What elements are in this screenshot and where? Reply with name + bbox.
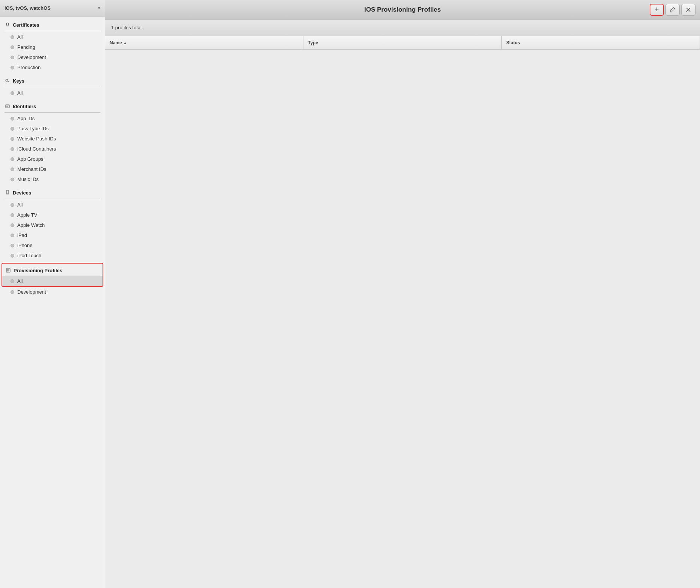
cert-pending-label: Pending [17,44,35,50]
col-name[interactable]: Name ▲ [105,36,303,49]
sidebar-item-prov-all[interactable]: All [2,276,103,287]
sidebar-item-app-ids[interactable]: App IDs [0,113,105,124]
divider-devices [5,199,100,199]
sidebar-item-apple-watch[interactable]: Apple Watch [0,220,105,230]
sidebar-item-keys-all[interactable]: All [0,88,105,98]
sidebar-item-icloud-containers[interactable]: iCloud Containers [0,144,105,154]
sidebar-item-cert-production[interactable]: Production [0,62,105,72]
sidebar-item-ipad[interactable]: iPad [0,230,105,240]
dot-icon [11,157,14,161]
close-button[interactable] [681,4,695,16]
dot-icon [11,117,14,121]
dot-icon [11,290,14,294]
sidebar-item-website-push-ids[interactable]: Website Push IDs [0,134,105,144]
main-content: iOS Provisioning Profiles + 1 profile [105,0,700,588]
col-status[interactable]: Status [502,36,700,49]
dot-icon [11,203,14,207]
cert-development-label: Development [17,54,46,60]
dot-icon [11,137,14,141]
sidebar-item-pass-type-ids[interactable]: Pass Type IDs [0,124,105,134]
page-title: iOS Provisioning Profiles [364,6,441,14]
certificates-label: Certificates [13,22,39,28]
section-certificates: Certificates [0,17,105,30]
dot-icon [11,91,14,95]
svg-point-6 [7,193,8,194]
dot-icon [11,279,14,283]
cert-production-label: Production [17,65,41,70]
divider-certificates [5,31,100,31]
dot-icon [11,45,14,49]
divider-keys [5,87,100,87]
sidebar-item-merchant-ids[interactable]: Merchant IDs [0,164,105,174]
ipad-label: iPad [17,232,27,238]
sidebar-item-app-groups[interactable]: App Groups [0,154,105,164]
dot-icon [11,254,14,258]
table-body [105,50,700,588]
dot-icon [11,234,14,237]
prov-all-label: All [17,278,23,284]
sidebar-item-ipod-touch[interactable]: iPod Touch [0,250,105,261]
keys-label: Keys [13,78,24,84]
title-bar-actions: + [650,0,700,19]
platform-arrow-icon: ▾ [98,6,100,11]
keys-all-label: All [17,90,23,96]
dot-icon [11,56,14,59]
sort-arrow-icon: ▲ [124,41,127,45]
app-ids-label: App IDs [17,116,35,121]
info-bar: 1 profiles total. [105,20,700,36]
dot-icon [11,223,14,227]
sidebar-item-cert-all[interactable]: All [0,32,105,42]
add-button[interactable]: + [650,4,664,16]
pass-type-ids-label: Pass Type IDs [17,126,49,131]
platform-label: iOS, tvOS, watchOS [5,5,98,11]
devices-icon [5,190,11,196]
col-type-label: Type [308,40,318,45]
certificates-icon [5,22,11,28]
sidebar-item-prov-development[interactable]: Development [0,287,105,297]
icloud-containers-label: iCloud Containers [17,146,56,152]
dot-icon [11,244,14,247]
dot-icon [11,147,14,151]
sidebar-item-cert-pending[interactable]: Pending [0,42,105,52]
merchant-ids-label: Merchant IDs [17,166,46,172]
sidebar-item-apple-tv[interactable]: Apple TV [0,210,105,220]
identifiers-label: Identifiers [13,104,36,109]
dot-icon [11,66,14,69]
iphone-label: iPhone [17,243,32,248]
apple-watch-label: Apple Watch [17,222,45,228]
devices-label: Devices [13,190,31,196]
devices-all-label: All [17,202,23,208]
section-keys: Keys [0,72,105,86]
provisioning-icon [5,267,11,273]
dot-icon [11,127,14,131]
platform-selector[interactable]: iOS, tvOS, watchOS ▾ [0,0,105,17]
sidebar-item-devices-all[interactable]: All [0,200,105,210]
sidebar: iOS, tvOS, watchOS ▾ Certificates All Pe… [0,0,105,588]
col-type[interactable]: Type [303,36,502,49]
app-window: iOS, tvOS, watchOS ▾ Certificates All Pe… [0,0,700,588]
cert-all-label: All [17,34,23,40]
col-name-label: Name [110,40,122,45]
sidebar-item-music-ids[interactable]: Music IDs [0,174,105,184]
svg-point-0 [6,23,9,25]
dot-icon [11,167,14,171]
provisioning-label: Provisioning Profiles [14,268,62,273]
ipod-touch-label: iPod Touch [17,253,41,258]
apple-tv-label: Apple TV [17,212,37,218]
sidebar-item-cert-development[interactable]: Development [0,52,105,62]
music-ids-label: Music IDs [17,176,39,182]
divider-identifiers [5,112,100,113]
section-identifiers: Identifiers [0,98,105,112]
section-provisioning-profiles: Provisioning Profiles [2,263,103,276]
identifiers-icon [5,103,11,109]
app-groups-label: App Groups [17,156,43,162]
title-bar: iOS Provisioning Profiles + [105,0,700,20]
edit-button[interactable] [665,4,680,16]
section-devices: Devices [0,184,105,198]
table-header: Name ▲ Type Status [105,36,700,50]
sidebar-item-iphone[interactable]: iPhone [0,240,105,250]
col-status-label: Status [506,40,520,45]
dot-icon [11,213,14,217]
prov-development-label: Development [17,289,46,295]
svg-rect-2 [6,105,9,108]
